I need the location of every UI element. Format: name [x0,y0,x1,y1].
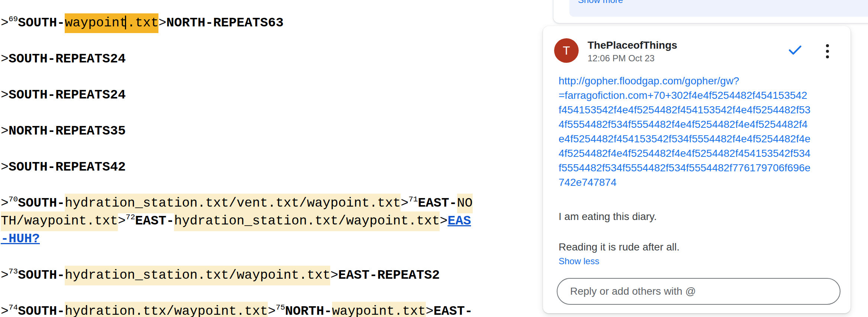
document-text-line[interactable]: >SOUTH-REPEATS24 [1,51,126,67]
doc-text: > [1,124,9,139]
doc-text: > [1,268,9,283]
find-match: hydration_station.txt/waypoint.txt [174,211,440,231]
document-text-line[interactable]: >NORTH-REPEATS35 [1,123,126,139]
find-match: NO [457,194,473,213]
doc-text: EAST- [135,214,174,229]
doc-text: SOUTH- [18,16,65,30]
comment-timestamp: 12:06 PM Oct 23 [588,53,655,64]
checkmark-icon [786,42,804,58]
comment-link[interactable]: http://gopher.floodgap.com/gopher/gw?=fa… [559,74,842,190]
comment-text: Reading it is rude after all. [559,241,679,253]
doc-text: SOUTH- [18,196,65,211]
document-text-line[interactable]: >74SOUTH-hydration.ttx/waypoint.txt>75NO… [1,303,473,317]
document-text-line[interactable]: >SOUTH-REPEATS42 [1,159,126,175]
doc-text: EAST-REPEATS2 [338,268,440,283]
avatar: T [554,38,579,63]
doc-text: EAST- [418,196,457,211]
doc-text: 69 [9,15,18,23]
document-text-line[interactable]: -HUH? [1,231,40,247]
doc-text: SOUTH-REPEATS42 [9,160,126,175]
comment-link-line[interactable]: f454153542f4e4f5254482f454153542f4e4f525… [559,103,842,117]
doc-text: > [1,52,9,67]
doc-text: > [1,88,9,103]
doc-text: EAST- [434,304,473,317]
kebab-menu-icon [826,44,829,58]
doc-text: SOUTH- [18,268,65,283]
document-text-line[interactable]: >69SOUTH-waypoint.txt>NORTH-REPEATS63 [1,15,283,31]
comment-link-line[interactable]: =farragofiction.com+70+302f4e4f5254482f4… [559,88,842,103]
show-less-link[interactable]: Show less [559,256,599,267]
comment-link-line[interactable]: 4f5254482f4e4f5254482f4e4f5254482f454153… [559,146,842,161]
doc-text: NORTH- [285,304,332,317]
find-match-active: waypoin [65,13,119,33]
find-match: waypoint.txt [332,302,426,317]
show-more-link[interactable]: Show more [578,0,623,5]
document-text-line[interactable]: >SOUTH-REPEATS24 [1,87,126,103]
doc-text: > [401,196,408,211]
doc-link[interactable]: -HUH? [1,232,40,246]
text-cursor [125,16,126,29]
doc-text: > [118,214,126,229]
doc-link[interactable]: EAS [447,214,471,229]
find-match: hydration_station.txt/vent.txt/waypoint.… [65,194,401,213]
comment-link-line[interactable]: e4f5254482f454153542f534f5554482f4e4f525… [559,132,842,146]
find-match: hydration_station.txt/waypoint.txt [65,266,330,285]
doc-text: > [330,268,338,283]
doc-text: 71 [408,195,418,204]
find-match: TH/waypoint.txt [1,211,118,231]
doc-text: > [268,304,276,317]
doc-text: SOUTH-REPEATS24 [9,52,126,67]
comment-link-line[interactable]: 742e747874 [559,175,842,190]
doc-text: > [1,304,9,317]
doc-text: 75 [276,303,285,312]
doc-text: 72 [126,213,135,221]
doc-text: 73 [9,267,18,276]
doc-text: > [1,16,9,30]
resolve-button[interactable] [785,41,805,59]
comment-link-line[interactable]: http://gopher.floodgap.com/gopher/gw? [559,74,842,88]
active-comment-card: T ThePlaceofThings 12:06 PM Oct 23 http:… [543,26,851,313]
collapsed-comment-card[interactable]: Show more [553,0,868,23]
document-text-line[interactable]: >70SOUTH-hydration_station.txt/vent.txt/… [1,195,473,211]
doc-text: > [1,160,9,175]
reply-input[interactable] [557,278,840,305]
avatar-letter: T [563,45,570,56]
comment-link-line[interactable]: f5554482f534f5554482f534f5554482f7761797… [559,161,842,175]
doc-text: NORTH-REPEATS63 [166,16,283,30]
comment-link-line[interactable]: 4f5554482f534f5554482f4e4f5254482f4e4f52… [559,117,842,132]
doc-text: NORTH-REPEATS35 [9,124,126,139]
doc-text: SOUTH-REPEATS24 [9,88,126,103]
doc-text: 70 [9,195,18,204]
google-docs-screen: >69SOUTH-waypoint.txt>NORTH-REPEATS63>SO… [0,0,868,317]
doc-text: SOUTH- [18,304,65,317]
find-match: hydration.ttx/waypoint.txt [65,302,268,317]
doc-text: > [426,304,434,317]
doc-text: > [158,16,166,30]
doc-text: > [1,196,9,211]
document-text-line[interactable]: >73SOUTH-hydration_station.txt/waypoint.… [1,267,440,284]
doc-text: 74 [9,303,18,312]
comment-author: ThePlaceofThings [588,39,677,51]
document-text-line[interactable]: TH/waypoint.txt>72EAST-hydration_station… [1,213,471,229]
comment-text: I am eating this diary. [559,210,657,223]
doc-text: > [440,214,447,229]
more-options-button[interactable] [822,42,833,61]
